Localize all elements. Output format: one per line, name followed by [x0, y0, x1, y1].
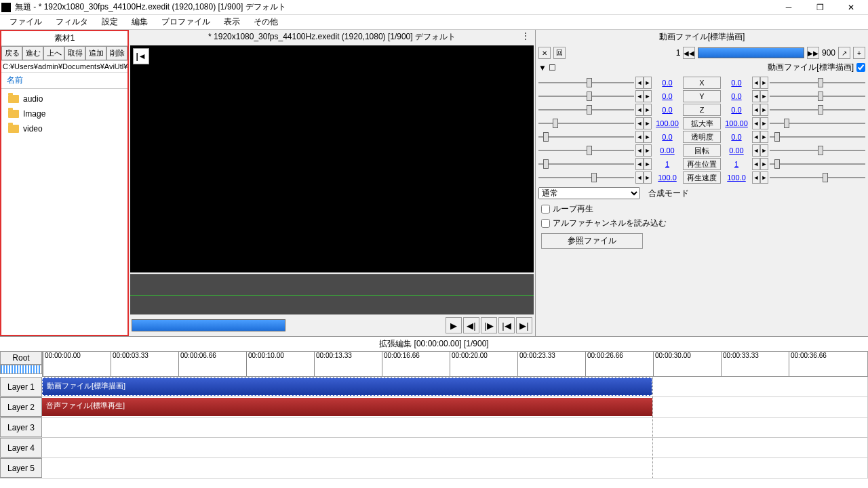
value-left[interactable]: 0.0	[653, 106, 682, 114]
mat-add[interactable]: 追加	[85, 46, 106, 60]
slider-right[interactable]	[770, 159, 865, 169]
value-right[interactable]: 0.0	[722, 106, 751, 114]
nudge-left-dec[interactable]: ◄	[635, 77, 644, 89]
axis-button[interactable]: 拡大率	[683, 117, 721, 129]
nudge-left-dec[interactable]: ◄	[635, 117, 644, 129]
value-left[interactable]: 100.00	[653, 119, 682, 127]
play-button[interactable]: ▶	[446, 317, 462, 333]
prop-btn-4[interactable]: +	[853, 47, 865, 59]
frame-first-button[interactable]: ◀◀	[683, 47, 695, 59]
layer-label[interactable]: Layer 4	[0, 438, 42, 458]
prop-btn-1[interactable]: ✕	[538, 47, 551, 59]
value-right[interactable]: 0.0	[722, 92, 751, 100]
nudge-right-dec[interactable]: ◄	[752, 144, 760, 157]
mat-forward[interactable]: 進む	[22, 46, 43, 60]
folder-video[interactable]: video	[4, 121, 125, 136]
nudge-right-inc[interactable]: ►	[760, 104, 768, 116]
menu-file[interactable]: ファイル	[3, 14, 49, 30]
mat-back[interactable]: 戻る	[1, 46, 22, 60]
menu-edit[interactable]: 編集	[125, 14, 155, 30]
alpha-checkbox[interactable]	[541, 219, 550, 228]
slider-left[interactable]	[538, 91, 634, 102]
value-left[interactable]: 1	[653, 160, 682, 168]
nudge-right-inc[interactable]: ►	[760, 171, 768, 184]
close-button[interactable]: ✕	[835, 0, 867, 15]
value-left[interactable]: 0.0	[653, 79, 682, 87]
audio-waveform[interactable]	[130, 274, 534, 314]
preview-menu-icon[interactable]: ⋮	[521, 31, 530, 41]
prop-enable-checkbox[interactable]	[856, 63, 865, 72]
track[interactable]	[42, 458, 868, 478]
slider-left[interactable]	[538, 145, 634, 156]
step-fwd-button[interactable]: |▶	[481, 317, 497, 333]
mat-up[interactable]: 上へ	[43, 46, 64, 60]
value-right[interactable]: 0.0	[722, 79, 751, 87]
nudge-left-dec[interactable]: ◄	[635, 104, 644, 116]
layer-label[interactable]: Layer 3	[0, 418, 42, 437]
mat-delete[interactable]: 削除	[106, 46, 127, 60]
track[interactable]	[42, 438, 868, 458]
slider-right[interactable]	[770, 77, 865, 88]
nudge-right-dec[interactable]: ◄	[752, 77, 760, 89]
axis-button[interactable]: 再生速度	[683, 171, 721, 184]
collapse-icon[interactable]: ▼ ☐	[538, 63, 556, 73]
nudge-left-dec[interactable]: ◄	[635, 171, 644, 184]
seek-bar[interactable]	[132, 319, 285, 331]
nudge-left-dec[interactable]: ◄	[635, 144, 644, 157]
mat-get[interactable]: 取得	[64, 46, 85, 60]
slider-right[interactable]	[770, 145, 865, 156]
axis-button[interactable]: Y	[683, 90, 721, 102]
axis-button[interactable]: Z	[683, 104, 721, 116]
frame-bar[interactable]	[698, 47, 804, 58]
value-left[interactable]: 0.0	[653, 133, 682, 141]
nudge-left-dec[interactable]: ◄	[635, 90, 644, 102]
minimize-button[interactable]: ─	[773, 0, 804, 15]
prop-btn-2[interactable]: 回	[553, 47, 566, 59]
value-right[interactable]: 0.00	[722, 146, 751, 155]
menu-other[interactable]: その他	[247, 14, 285, 30]
track[interactable]: 動画ファイル[標準描画]	[42, 377, 868, 396]
preview-video[interactable]: |◄	[130, 45, 534, 272]
slider-left[interactable]	[538, 118, 634, 129]
nudge-right-dec[interactable]: ◄	[752, 171, 760, 184]
axis-button[interactable]: 回転	[683, 144, 721, 157]
material-header[interactable]: 名前	[1, 73, 127, 89]
value-left[interactable]: 0.0	[653, 92, 682, 100]
reference-file-button[interactable]: 参照ファイル	[541, 233, 643, 249]
zoom-strip[interactable]	[0, 365, 42, 374]
menu-profile[interactable]: プロファイル	[155, 14, 217, 30]
folder-image[interactable]: Image	[4, 106, 125, 121]
slider-right[interactable]	[770, 91, 865, 102]
slider-right[interactable]	[770, 131, 865, 142]
menu-filter[interactable]: フィルタ	[49, 14, 95, 30]
slider-right[interactable]	[770, 104, 865, 115]
layer-label[interactable]: Layer 1	[0, 377, 42, 396]
menu-view[interactable]: 表示	[217, 14, 247, 30]
value-right[interactable]: 0.0	[722, 133, 751, 141]
nudge-left-inc[interactable]: ►	[644, 158, 652, 170]
timeline-ruler[interactable]: 00:00:00.0000:00:03.3300:00:06.6600:00:1…	[42, 351, 868, 377]
go-last-button[interactable]: ▶|	[516, 317, 532, 333]
root-button[interactable]: Root	[0, 351, 42, 365]
value-left[interactable]: 0.00	[653, 146, 682, 155]
nudge-right-inc[interactable]: ►	[760, 77, 768, 89]
axis-button[interactable]: 再生位置	[683, 158, 721, 170]
value-left[interactable]: 100.0	[653, 174, 682, 182]
slider-right[interactable]	[770, 118, 865, 129]
nudge-left-inc[interactable]: ►	[644, 171, 652, 184]
nudge-right-inc[interactable]: ►	[760, 90, 768, 102]
nudge-right-inc[interactable]: ►	[760, 117, 768, 129]
nudge-right-inc[interactable]: ►	[760, 144, 768, 157]
go-start-button[interactable]: |◄	[133, 48, 149, 64]
slider-left[interactable]	[538, 77, 634, 88]
nudge-right-dec[interactable]: ◄	[752, 131, 760, 143]
go-first-button[interactable]: |◀	[498, 317, 515, 333]
axis-button[interactable]: X	[683, 77, 721, 89]
blend-mode-select[interactable]: 通常	[538, 187, 640, 199]
track[interactable]	[42, 418, 868, 437]
value-right[interactable]: 1	[722, 160, 751, 168]
track[interactable]: 音声ファイル[標準再生]	[42, 397, 868, 417]
clip-audio[interactable]: 音声ファイル[標準再生]	[42, 398, 652, 416]
nudge-left-dec[interactable]: ◄	[635, 158, 644, 170]
nudge-left-inc[interactable]: ►	[644, 104, 652, 116]
